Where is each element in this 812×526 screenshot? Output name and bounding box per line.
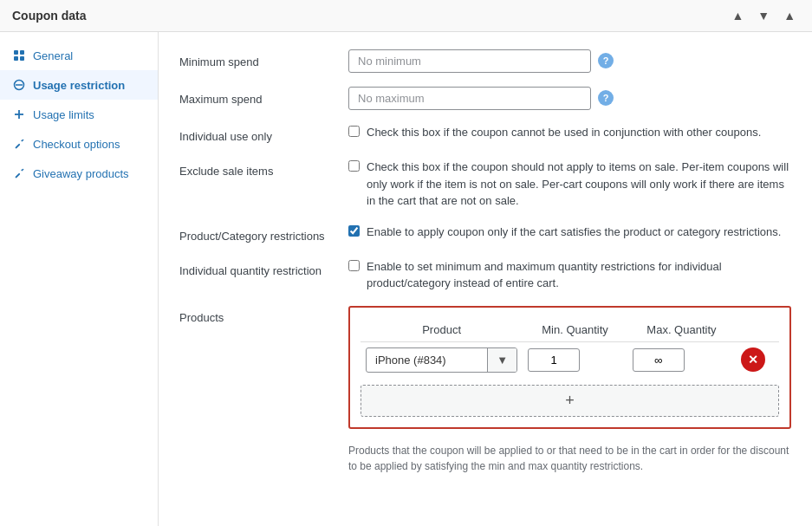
product-category-restrictions-row: Product/Category restrictions Enable to … [179, 224, 791, 244]
sidebar-label-usage-restriction: Usage restriction [33, 79, 125, 92]
max-qty-cell [627, 341, 736, 378]
sidebar-label-checkout-options: Checkout options [33, 138, 120, 151]
individual-use-only-control: Check this box if the coupon cannot be u… [348, 124, 791, 141]
add-product-row-button[interactable]: + [361, 385, 779, 417]
min-quantity-input[interactable] [528, 348, 580, 372]
close-icon: ✕ [748, 353, 758, 367]
minimum-spend-row: Minimum spend ? [179, 49, 791, 73]
minimum-spend-input[interactable] [348, 49, 591, 73]
svg-rect-2 [14, 56, 18, 61]
sidebar-label-giveaway-products: Giveaway products [33, 167, 129, 180]
title-bar-controls: ▲ ▼ ▲ [727, 7, 800, 24]
exclude-sale-items-control: Check this box if the coupon should not … [348, 159, 791, 210]
products-label: Products [179, 306, 348, 324]
sidebar-label-general: General [33, 49, 73, 62]
products-table-header: Product Min. Quantity Max. Quantity [361, 318, 779, 342]
actions-col-header [736, 318, 779, 342]
wrench-icon [12, 137, 26, 151]
products-table-body: iPhone (#834) ▼ [361, 341, 779, 378]
individual-quantity-restriction-control: Enable to set minimum and maximum quanti… [348, 258, 791, 292]
maximum-spend-row: Maximum spend ? [179, 87, 791, 110]
sidebar-item-usage-limits[interactable]: Usage limits [0, 100, 158, 129]
max-qty-col-header: Max. Quantity [627, 318, 736, 342]
product-category-restrictions-checkbox[interactable] [348, 225, 360, 237]
products-section: Product Min. Quantity Max. Quantity [348, 306, 791, 429]
block-icon [12, 78, 26, 92]
product-select[interactable]: iPhone (#834) [367, 348, 487, 372]
min-qty-col-header: Min. Quantity [523, 318, 627, 342]
grid-icon [12, 49, 26, 62]
sidebar: General Usage restriction [0, 32, 159, 526]
product-category-restrictions-control: Enable to apply coupon only if the cart … [348, 224, 791, 241]
products-table-header-row: Product Min. Quantity Max. Quantity [361, 318, 779, 342]
svg-rect-0 [14, 50, 18, 55]
select-chevron-icon[interactable]: ▼ [487, 348, 516, 372]
remove-row-button[interactable]: ✕ [741, 347, 765, 372]
title-bar: Coupon data ▲ ▼ ▲ [0, 0, 812, 32]
product-category-restrictions-label: Product/Category restrictions [179, 224, 348, 244]
minimum-spend-control: ? [348, 49, 791, 73]
individual-use-only-checkbox[interactable] [348, 126, 360, 137]
collapse-up-button[interactable]: ▲ [727, 7, 748, 24]
exclude-sale-items-checkbox[interactable] [348, 160, 360, 172]
app-container: Coupon data ▲ ▼ ▲ General [0, 0, 812, 526]
sidebar-label-usage-limits: Usage limits [33, 108, 94, 121]
individual-use-only-row: Individual use only Check this box if th… [179, 124, 791, 145]
sidebar-item-general[interactable]: General [0, 41, 158, 70]
individual-use-only-checkbox-row: Check this box if the coupon cannot be u… [348, 124, 761, 141]
products-content: Product Min. Quantity Max. Quantity [348, 306, 791, 474]
product-select-wrapper: iPhone (#834) ▼ [366, 347, 517, 373]
product-category-restrictions-checkbox-row: Enable to apply coupon only if the cart … [348, 224, 781, 241]
individual-quantity-restriction-label: Individual quantity restriction [179, 258, 348, 279]
minimum-spend-help-icon[interactable]: ? [598, 53, 614, 68]
minimum-spend-label: Minimum spend [179, 49, 348, 70]
table-row: iPhone (#834) ▼ [361, 341, 779, 378]
individual-use-only-label: Individual use only [179, 124, 348, 145]
maximum-spend-help-icon[interactable]: ? [598, 90, 614, 106]
svg-rect-1 [20, 50, 24, 55]
window-title: Coupon data [12, 9, 87, 23]
exclude-sale-items-checkbox-row: Check this box if the coupon should not … [348, 159, 791, 210]
products-field-description: Products that the coupon will be applied… [348, 443, 791, 474]
sidebar-item-checkout-options[interactable]: Checkout options [0, 129, 158, 159]
sidebar-item-usage-restriction[interactable]: Usage restriction [0, 70, 158, 100]
svg-rect-9 [15, 172, 20, 178]
maximum-spend-input[interactable] [348, 87, 591, 110]
maximum-spend-control: ? [348, 87, 791, 110]
individual-quantity-restriction-checkbox-label: Enable to set minimum and maximum quanti… [367, 258, 791, 292]
individual-use-only-checkbox-label: Check this box if the coupon cannot be u… [367, 124, 761, 141]
sidebar-item-giveaway-products[interactable]: Giveaway products [0, 159, 158, 188]
plus-icon: + [565, 392, 575, 409]
product-col-header: Product [361, 318, 523, 342]
individual-quantity-restriction-checkbox-row: Enable to set minimum and maximum quanti… [348, 258, 791, 292]
wrench2-icon [12, 166, 26, 180]
maximum-spend-label: Maximum spend [179, 87, 348, 107]
svg-rect-3 [20, 56, 24, 61]
products-table: Product Min. Quantity Max. Quantity [361, 318, 779, 378]
plus-icon [12, 107, 26, 121]
exclude-sale-items-label: Exclude sale items [179, 159, 348, 179]
exclude-sale-items-row: Exclude sale items Check this box if the… [179, 159, 791, 210]
min-qty-cell [523, 341, 627, 378]
main-content: General Usage restriction [0, 32, 812, 526]
max-quantity-input[interactable] [633, 348, 685, 372]
product-cell: iPhone (#834) ▼ [361, 341, 523, 378]
expand-button[interactable]: ▲ [779, 7, 800, 24]
products-row: Products Product Min. Quantity Max. Quan… [179, 306, 791, 474]
exclude-sale-items-checkbox-label: Check this box if the coupon should not … [367, 159, 791, 210]
individual-quantity-restriction-checkbox[interactable] [348, 260, 360, 271]
remove-cell: ✕ [736, 341, 779, 378]
product-category-restrictions-checkbox-label: Enable to apply coupon only if the cart … [367, 224, 781, 241]
individual-quantity-restriction-row: Individual quantity restriction Enable t… [179, 258, 791, 292]
content-area: Minimum spend ? Maximum spend ? Individu… [159, 32, 812, 526]
collapse-down-button[interactable]: ▼ [753, 7, 774, 24]
svg-rect-8 [15, 143, 20, 148]
